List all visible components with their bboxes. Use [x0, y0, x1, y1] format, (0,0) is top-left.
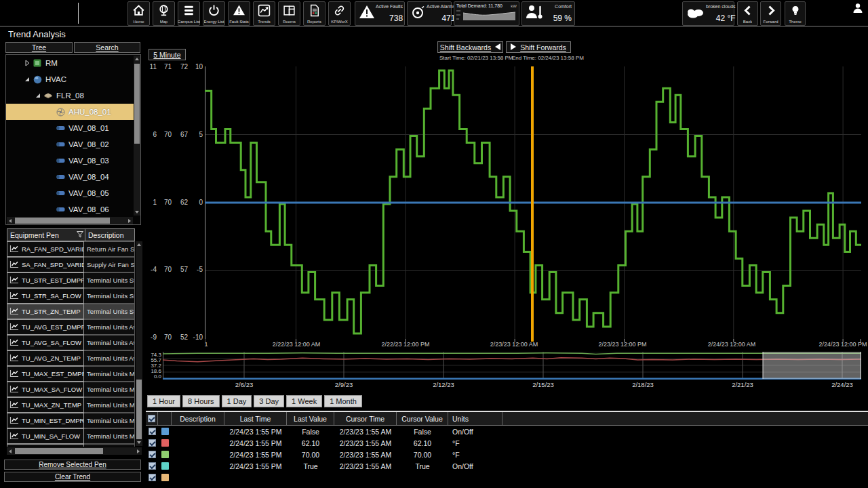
pen-row[interactable]: TU_MAX_EST_DMPR_POSTerminal Units Ma: [7, 366, 135, 382]
pen-description: Terminal Units Av: [84, 335, 135, 350]
cell-cursor-value: 62.10: [397, 439, 448, 447]
toolbar-separator: [78, 3, 79, 24]
range-1-hour[interactable]: 1 Hour: [147, 395, 180, 407]
active-alarms-tile[interactable]: Active Alarms471: [407, 1, 452, 26]
tree-item-vav-08-01[interactable]: VAV_08_01: [6, 120, 140, 136]
pen-row[interactable]: TU_MIN_SA_FLOWTerminal Units Mi: [7, 428, 135, 444]
pen-row[interactable]: TU_MAX_ZN_TEMPTerminal Units Ma: [7, 397, 135, 413]
power-icon: [208, 4, 220, 20]
weather-condition: broken clouds: [706, 4, 736, 9]
pen-visible-checkbox[interactable]: [149, 462, 156, 470]
select-all-checkbox[interactable]: [148, 415, 155, 422]
expander-expanded-icon[interactable]: [22, 77, 32, 82]
start-time-label: Start Time: 02/21/23 13:58 PM: [439, 55, 513, 61]
map-label: Map: [160, 20, 168, 24]
pen-row[interactable]: TU_STR_SA_FLOWTerminal Units Str: [7, 288, 135, 304]
hvac-icon: [32, 75, 43, 84]
range-1-day[interactable]: 1 Day: [222, 395, 252, 407]
tree-vertical-scrollbar[interactable]: [134, 56, 140, 216]
cell-last-time: 2/24/23 1:55 PM: [224, 462, 287, 470]
map-button[interactable]: Map: [153, 1, 175, 26]
total-demand-tile[interactable]: Total Demand: 11,780 kW: [454, 1, 519, 26]
rooms-button[interactable]: Rooms: [278, 1, 300, 26]
pen-row[interactable]: TU_AVG_SA_FLOWTerminal Units Av: [7, 335, 135, 350]
col-cursor-value: Cursor Value: [397, 412, 448, 425]
pen-chart-icon: [9, 432, 19, 441]
range-3-day[interactable]: 3 Day: [254, 395, 284, 407]
pen-row[interactable]: RA_FAN_SPD_VARIDXReturn Air Fan Sp: [7, 241, 135, 257]
tree-item-vav-08-04[interactable]: VAV_08_04: [6, 169, 140, 185]
tree-item-ahu-08-01[interactable]: AHU_08_01: [6, 104, 140, 120]
campus-list-button[interactable]: Campus List: [178, 1, 200, 26]
main-trend-chart[interactable]: [205, 66, 861, 343]
home-icon: [132, 4, 145, 20]
vav-icon: [55, 125, 66, 131]
active-faults-tile[interactable]: Active Faults738: [355, 1, 405, 26]
tree-item-hvac[interactable]: HVAC: [6, 71, 140, 87]
theme-button[interactable]: Theme: [785, 1, 806, 26]
pen-description: Terminal Units Str: [84, 288, 135, 304]
tree-item-label: AHU_08_01: [68, 108, 111, 116]
expander-expanded-icon[interactable]: [33, 93, 43, 98]
comfort-tile[interactable]: Comfort59 %: [521, 1, 575, 26]
cell-units: On/Off: [448, 428, 502, 436]
cell-units: °F: [448, 439, 502, 447]
tree-horizontal-scrollbar[interactable]: [7, 217, 133, 224]
home-button[interactable]: Home: [127, 1, 150, 26]
cell-cursor-time: 2/23/23 1:55 AM: [334, 451, 397, 459]
weather-tile[interactable]: broken clouds42 °F: [682, 1, 734, 26]
pen-row[interactable]: TU_MIN_ZN_TEMPTerminal Units M: [7, 444, 135, 447]
pen-horizontal-scrollbar[interactable]: [7, 447, 142, 455]
pen-visible-checkbox[interactable]: [149, 451, 156, 458]
trends-button[interactable]: Trends: [253, 1, 275, 26]
energy-list-button[interactable]: Energy List: [203, 1, 225, 26]
fault-stats-label: Fault Stats: [229, 20, 249, 24]
theme-label: Theme: [789, 20, 802, 24]
pen-name: TU_MAX_ZN_TEMP: [22, 401, 81, 409]
pen-visible-checkbox[interactable]: [149, 439, 156, 447]
vav-icon: [55, 190, 66, 196]
pen-row[interactable]: TU_STR_ZN_TEMPTerminal Units Str: [7, 304, 135, 319]
equipment-tree: RM HVAC FLR_08 AHU_08_01 VAV_08_01 VAV_0…: [5, 54, 141, 225]
tree-item-label: VAV_08_02: [68, 140, 109, 148]
tree-item-flr-08[interactable]: FLR_08: [6, 87, 140, 104]
pen-row[interactable]: TU_STR_EST_DMPR_POSTerminal Units Str: [7, 272, 135, 288]
shift-backwards-button[interactable]: Shift Backwards: [437, 41, 503, 53]
back-button[interactable]: Back: [737, 1, 758, 26]
tree-item-vav-08-03[interactable]: VAV_08_03: [6, 152, 140, 169]
tab-search[interactable]: Search: [74, 42, 140, 53]
pen-row[interactable]: SA_FAN_SPD_VARIDXSupply Air Fan Sp: [7, 257, 135, 272]
pen-row[interactable]: TU_MAX_SA_FLOWTerminal Units Ma: [7, 382, 135, 397]
pen-description: Return Air Fan Sp: [84, 241, 135, 257]
interval-button[interactable]: 5 Minute: [149, 49, 186, 60]
tab-tree[interactable]: Tree: [5, 42, 73, 53]
triangle-right-icon: [511, 43, 516, 52]
reports-button[interactable]: Reports: [303, 1, 326, 26]
filter-icon[interactable]: [77, 231, 83, 239]
pen-value-row: 2/24/23 1:55 PMTrue2/23/23 1:55 AMTrueOn…: [146, 460, 868, 472]
shift-forwards-button[interactable]: Shift Forwards: [506, 41, 571, 53]
pen-description: Terminal Units Ma: [84, 382, 135, 397]
pen-row[interactable]: TU_AVG_ZN_TEMPTerminal Units Av: [7, 350, 135, 366]
clear-trend-button[interactable]: Clear Trend: [4, 472, 141, 482]
fault-stats-button[interactable]: Fault Stats: [228, 1, 250, 26]
pen-row[interactable]: TU_AVG_EST_DMPR_POSTerminal Units Av: [7, 319, 135, 335]
forward-button[interactable]: Forward: [760, 1, 781, 26]
pen-name: TU_MIN_EST_DMPR_POS: [22, 417, 84, 424]
user-profile-icon[interactable]: [852, 2, 864, 17]
tree-item-vav-08-06[interactable]: VAV_08_06: [6, 201, 140, 218]
pen-row[interactable]: TU_MIN_EST_DMPR_POSTerminal Units Mi: [7, 413, 135, 428]
range-1-week[interactable]: 1 Week: [286, 395, 322, 407]
expander-collapsed-icon[interactable]: [22, 60, 32, 66]
pen-visible-checkbox[interactable]: [149, 474, 156, 481]
pen-vertical-scrollbar[interactable]: [136, 241, 142, 446]
tree-item-rm[interactable]: RM: [6, 55, 140, 71]
tree-item-vav-08-02[interactable]: VAV_08_02: [6, 136, 140, 152]
kpiworx-button[interactable]: KPIWorX: [328, 1, 351, 26]
pen-visible-checkbox[interactable]: [149, 428, 156, 435]
tree-item-vav-08-05[interactable]: VAV_08_05: [6, 185, 140, 201]
overview-navigator[interactable]: [163, 352, 861, 380]
range-8-hours[interactable]: 8 Hours: [182, 395, 220, 407]
range-1-month[interactable]: 1 Month: [324, 395, 362, 407]
remove-selected-pen-button[interactable]: Remove Selected Pen: [4, 460, 141, 470]
